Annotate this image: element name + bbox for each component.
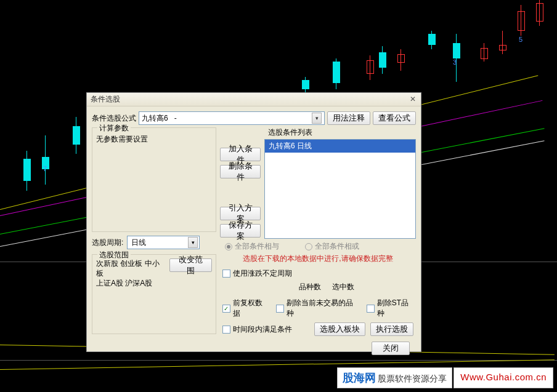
dialog-title: 条件选股: [91, 94, 407, 105]
add-condition-button[interactable]: 加入条件: [220, 148, 261, 161]
run-screen-button[interactable]: 执行选股: [370, 322, 413, 336]
forward-label: 前复权数据: [233, 298, 270, 319]
formula-value: 九转高6 -: [142, 113, 312, 124]
watermark-url: Www.Guhai.com.cn: [453, 367, 553, 388]
stock-screener-dialog: 条件选股 ✕ 条件选股公式 九转高6 - ▾ 用法注释 查看公式 计算参数 无参…: [86, 92, 421, 352]
condition-list-label: 选股条件列表: [220, 127, 416, 138]
range-fieldset: 选股范围 次新股 创业板 中小板 上证A股 沪深A股 改变范围: [92, 254, 216, 334]
calc-params-legend: 计算参数: [97, 123, 131, 134]
condition-list-item[interactable]: 九转高6 日线: [265, 140, 415, 153]
checkbox-exclude-halted[interactable]: [276, 305, 284, 313]
watermark-name: 股海网: [343, 372, 376, 384]
radio-icon: [225, 243, 232, 250]
hits-count-label: 选中数: [332, 282, 354, 292]
species-count-label: 品种数: [299, 282, 321, 292]
irregular-label: 使用涨跌不定周期: [233, 268, 292, 279]
dialog-titlebar[interactable]: 条件选股 ✕: [87, 93, 421, 106]
view-formula-button[interactable]: 查看公式: [373, 111, 416, 125]
radio-and[interactable]: 全部条件相与: [225, 241, 279, 252]
usage-notes-button[interactable]: 用法注释: [327, 111, 370, 125]
site-watermark: 股海网 股票软件资源分享 Www.Guhai.com.cn: [337, 367, 553, 388]
warning-text: 选股在下载的本地数据中进行,请确保数据完整: [220, 253, 416, 266]
condition-listbox[interactable]: 九转高6 日线: [264, 139, 416, 239]
formula-combobox[interactable]: 九转高6 - ▾: [139, 111, 325, 125]
exclude-st-label: 剔除ST品种: [377, 298, 416, 319]
range-legend: 选股范围: [97, 250, 131, 260]
save-plan-button[interactable]: 保存方案: [220, 224, 261, 238]
formula-label: 条件选股公式: [92, 113, 136, 124]
range-text: 次新股 创业板 中小板 上证A股 沪深A股: [96, 258, 166, 288]
checkbox-exclude-st[interactable]: [367, 305, 375, 313]
chevron-down-icon[interactable]: ▾: [312, 113, 322, 124]
calc-params-fieldset: 计算参数 无参数需要设置: [92, 127, 216, 232]
checkbox-forward-adjust[interactable]: ✓: [222, 305, 230, 313]
timespan-label: 时间段内满足条件: [233, 324, 292, 335]
radio-or[interactable]: 全部条件相或: [305, 241, 359, 252]
period-select[interactable]: 日线 ▾: [127, 236, 200, 249]
delete-condition-button[interactable]: 删除条件: [220, 165, 261, 178]
radio-icon: [305, 243, 312, 250]
import-plan-button[interactable]: 引入方案: [220, 207, 261, 220]
watermark-subtitle: 股票软件资源分享: [378, 374, 447, 383]
close-button[interactable]: 关闭: [372, 342, 410, 355]
checkbox-irregular[interactable]: [222, 270, 230, 278]
no-params-text: 无参数需要设置: [96, 132, 212, 206]
exclude-halted-label: 剔除当前未交易的品种: [287, 298, 360, 319]
checkbox-timespan[interactable]: [222, 326, 230, 334]
close-icon[interactable]: ✕: [407, 95, 418, 105]
period-value: 日线: [131, 238, 188, 248]
change-range-button[interactable]: 改变范围: [169, 258, 212, 272]
to-block-button[interactable]: 选股入板块: [314, 322, 365, 336]
period-label: 选股周期:: [92, 238, 123, 248]
chevron-down-icon[interactable]: ▾: [188, 237, 198, 248]
